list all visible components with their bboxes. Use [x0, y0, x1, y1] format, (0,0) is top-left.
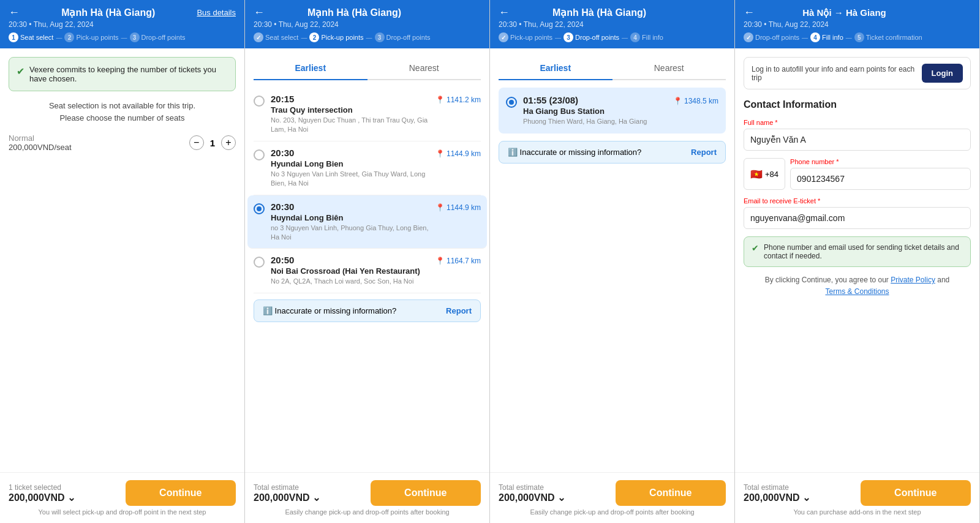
qty-decrease-btn[interactable]: − [189, 135, 204, 150]
phone-email-notice: ✔ Phone number and email used for sendin… [744, 236, 971, 267]
full-name-label: Full name * [744, 119, 971, 126]
panel2-footer: Total estimate 200,000VND ⌄ Continue Eas… [245, 472, 489, 523]
continue-btn-4[interactable]: Continue [861, 480, 971, 506]
continue-btn-3[interactable]: Continue [616, 480, 726, 506]
report-link-3[interactable]: Report [691, 148, 717, 157]
privacy-policy-link[interactable]: Private Policy [891, 276, 935, 284]
phone-input[interactable] [790, 168, 971, 190]
stop-radio-4[interactable] [254, 257, 265, 268]
seat-type-label: Normal [9, 134, 72, 143]
tabs-2: Earliest Nearest [254, 57, 481, 80]
report-link-2[interactable]: Report [446, 306, 472, 315]
panel3-time: 20:30 • Thu, Aug 22, 2024 [499, 20, 726, 29]
step-2-dropoff: 3 Drop-off points [375, 32, 431, 42]
dropoff-name: Ha Giang Bus Station [523, 107, 667, 116]
stop-item-1[interactable]: 20:15 Trau Quy intersection No. 203, Ngu… [254, 88, 481, 141]
steps-row-2: ✓ Seat select — 2 Pick-up points — 3 Dro… [254, 32, 481, 42]
seat-price: 200,000VND/seat [9, 143, 72, 152]
panel3-header: ← Mạnh Hà (Hà Giang) 20:30 • Thu, Aug 22… [490, 0, 734, 48]
email-field: Email to receive E-ticket * [744, 197, 971, 229]
stop-dist-1: 📍 1141.2 km [435, 96, 481, 104]
dropoff-addr: Phuong Thien Ward, Ha Giang, Ha Giang [523, 117, 667, 126]
footer4-note: You can purchase add-ons in the next ste… [744, 508, 971, 516]
panel-pickup: ← Mạnh Hà (Hà Giang) 20:30 • Thu, Aug 22… [245, 0, 490, 523]
step-4-dropoff: ✓ Drop-off points [744, 32, 799, 42]
full-name-field: Full name * [744, 119, 971, 151]
panel2-time: 20:30 • Thu, Aug 22, 2024 [254, 20, 481, 29]
back-button-3[interactable]: ← [499, 6, 510, 19]
stop-name-3: Huyndai Long Biên [271, 213, 429, 222]
step-3-dropoff: 3 Drop-off points [564, 32, 619, 42]
selected-dot [506, 97, 517, 108]
back-button-2[interactable]: ← [254, 6, 265, 19]
bus-details-link[interactable]: Bus details [197, 8, 236, 17]
check-icon: ✔ [17, 66, 24, 77]
tab-earliest-2[interactable]: Earliest [254, 57, 368, 80]
qty-value: 1 [210, 138, 215, 148]
panel-dropoff: ← Mạnh Hà (Hà Giang) 20:30 • Thu, Aug 22… [490, 0, 735, 523]
tab-nearest-3[interactable]: Nearest [612, 57, 726, 80]
step-3-pickup: ✓ Pick-up points [499, 32, 552, 42]
email-input[interactable] [744, 207, 971, 229]
phone-label: Phone number * [790, 158, 971, 165]
panel2-title: Mạnh Hà (Hà Giang) [307, 7, 401, 18]
step-2-pickup: 2 Pick-up points [309, 32, 363, 42]
stop-time-1: 20:15 [271, 94, 429, 104]
back-button-1[interactable]: ← [9, 6, 20, 19]
continue-btn-1[interactable]: Continue [126, 480, 236, 506]
stop-time-4: 20:50 [271, 255, 429, 265]
back-button-4[interactable]: ← [744, 6, 755, 19]
footer1-label: 1 ticket selected [9, 483, 119, 492]
stop-radio-1[interactable] [254, 96, 265, 107]
stop-radio-3[interactable] [254, 203, 265, 214]
qty-control: − 1 + [189, 135, 236, 150]
stop-item-3[interactable]: 20:30 Huyndai Long Biên no 3 Nguyen Van … [247, 195, 487, 249]
contact-section-title: Contact Information [744, 99, 971, 110]
footer2-note: Easily change pick-up and drop-off point… [254, 508, 481, 516]
footer2-price: 200,000VND ⌄ [254, 492, 364, 503]
panel1-footer: 1 ticket selected 200,000VND ⌄ Continue … [0, 472, 244, 523]
step-2-seat: ✓ Seat select [254, 32, 298, 42]
qty-increase-btn[interactable]: + [221, 135, 236, 150]
selected-stop-item[interactable]: 01:55 (23/08) Ha Giang Bus Station Phuon… [499, 88, 726, 134]
full-name-input[interactable] [744, 129, 971, 151]
stop-dist-4: 📍 1164.7 km [435, 257, 481, 265]
panel3-title: Mạnh Hà (Hà Giang) [552, 7, 646, 18]
steps-row-1: 1 Seat select — 2 Pick-up points — 3 Dro… [9, 32, 236, 42]
tab-earliest-3[interactable]: Earliest [499, 57, 612, 80]
footer1-note: You will select pick-up and drop-off poi… [9, 508, 236, 516]
stop-item-4[interactable]: 20:50 Noi Bai Crossroad (Hai Yen Restaur… [254, 249, 481, 293]
terms-conditions-link[interactable]: Terms & Conditions [825, 287, 889, 296]
phone-country[interactable]: 🇻🇳 +84 [744, 158, 785, 190]
footer3-note: Easily change pick-up and drop-off point… [499, 508, 726, 516]
tab-nearest-2[interactable]: Nearest [368, 57, 481, 80]
stop-addr-2: No 3 Nguyen Van Linh Street, Gia Thuy Wa… [271, 170, 429, 189]
step-1-seat: 1 Seat select [9, 32, 53, 42]
inaccurate-box-3: ℹ️ Inaccurate or missing information? Re… [499, 141, 726, 164]
stop-radio-2[interactable] [254, 149, 265, 160]
panel-seat-select: ← Mạnh Hà (Hà Giang) Bus details 20:30 •… [0, 0, 245, 523]
step-3-fill: 4 Fill info [630, 32, 663, 42]
seat-row: Normal 200,000VND/seat − 1 + [9, 134, 236, 152]
panel2-header: ← Mạnh Hà (Hà Giang) 20:30 • Thu, Aug 22… [245, 0, 489, 48]
step-1-pickup: 2 Pick-up points [64, 32, 118, 42]
step-4-fill: 4 Fill info [810, 32, 843, 42]
stop-time-2: 20:30 [271, 148, 429, 158]
stop-dist-2: 📍 1144.9 km [435, 149, 481, 158]
footer1-price: 200,000VND ⌄ [9, 492, 119, 503]
step-1-dropoff: 3 Drop-off points [130, 32, 186, 42]
login-btn[interactable]: Login [922, 64, 963, 83]
agree-text: By clicking Continue, you agree to our P… [744, 274, 971, 298]
country-code: +84 [765, 170, 778, 179]
step-4-ticket: 5 Ticket confirmation [854, 32, 922, 42]
stop-name-4: Noi Bai Crossroad (Hai Yen Restaurant) [271, 266, 429, 276]
footer2-label: Total estimate [254, 483, 364, 492]
stop-item-2[interactable]: 20:30 Hyundai Long Bien No 3 Nguyen Van … [254, 141, 481, 195]
panel3-footer: Total estimate 200,000VND ⌄ Continue Eas… [490, 472, 734, 523]
stop-addr-1: No. 203, Nguyen Duc Thuan , Thi tran Tra… [271, 116, 429, 135]
panel4-body: Log in to autofill your info and earn po… [735, 48, 979, 472]
continue-btn-2[interactable]: Continue [371, 480, 481, 506]
login-box-text: Log in to autofill your info and earn po… [752, 65, 917, 82]
panel4-header: ← Hà Nội → Hà Giang 20:30 • Thu, Aug 22,… [735, 0, 979, 48]
footer3-label: Total estimate [499, 483, 609, 492]
